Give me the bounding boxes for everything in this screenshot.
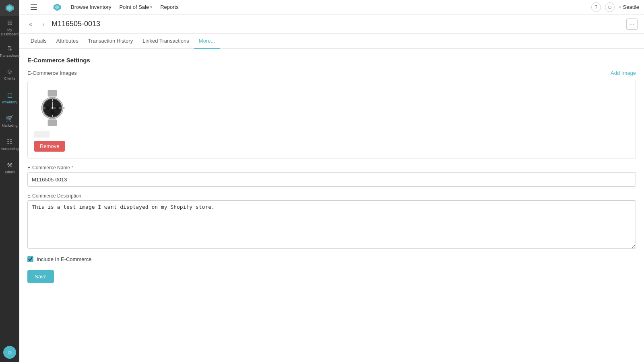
svg-rect-4 [48,89,57,96]
tab-linked-transactions[interactable]: Linked Transactions [138,34,194,49]
tab-transaction-history[interactable]: Transaction History [83,34,138,49]
more-options-button[interactable]: ··· [626,19,638,30]
collapse-icon: « [29,21,32,27]
svg-rect-5 [48,119,57,126]
main-area: Browse Inventory Point of Sale ▾ Reports… [19,0,644,362]
location-label: Seattle [623,4,639,10]
back-button[interactable]: ‹ [39,19,48,29]
browse-inventory-link[interactable]: Browse Inventory [71,4,111,10]
product-image [34,88,70,128]
sidebar-item-dashboard[interactable]: ⊞ My Dashboard [0,16,19,39]
back-icon: ‹ [43,21,45,27]
tab-transaction-history-label: Transaction History [88,38,133,44]
save-button[interactable]: Save [27,270,54,283]
hamburger-icon [31,4,37,10]
admin-icon: ⚒ [7,161,12,169]
more-icon: ··· [629,21,634,28]
description-field-group: E-Commerce Description This is a test im… [27,193,636,250]
tab-linked-transactions-label: Linked Transactions [142,38,189,44]
description-label: E-Commerce Description [27,193,636,199]
user-icon: ☺ [607,4,612,10]
remove-button[interactable]: Remove [34,141,65,152]
sidebar-bottom: ☺ [0,346,19,362]
page-header-actions: ··· [626,19,638,30]
sidebar-label-clients: Clients [4,76,15,81]
dashboard-icon: ⊞ [7,19,12,27]
tabs-bar: Details Attributes Transaction History L… [19,34,644,49]
user-avatar[interactable]: ☺ [3,346,16,359]
help-button[interactable]: ? [591,2,601,12]
sidebar-label-marketing: Marketing [2,123,18,128]
name-label: E-Commerce Name * [27,165,636,171]
reports-link[interactable]: Reports [160,4,179,10]
page-body: E-Commerce Settings E-Commerce Images + … [19,49,644,362]
sidebar: ⊞ My Dashboard ⇅ Transactions ☺ Clients … [0,0,19,362]
sidebar-item-transactions[interactable]: ⇅ Transactions [0,39,19,63]
page-header: « ‹ M116505-0013 ··· [19,14,644,34]
content-area: « ‹ M116505-0013 ··· Details Attributes … [19,14,644,362]
sidebar-label-dashboard: My Dashboard [0,28,19,37]
svg-rect-19 [62,107,65,109]
hamburger-menu[interactable] [24,0,43,14]
sidebar-item-clients[interactable]: ☺ Clients [0,63,19,86]
sidebar-label-admin: Admin [4,170,15,175]
sidebar-label-accounting: Accounting [1,147,19,151]
tab-more[interactable]: More... [194,34,220,49]
image-caption: —— [34,131,50,138]
tab-attributes[interactable]: Attributes [52,34,83,49]
svg-point-11 [50,110,55,115]
sidebar-item-inventory[interactable]: ◻ Inventory [0,86,19,109]
watch-illustration [36,89,68,127]
svg-point-18 [52,107,53,109]
help-icon: ? [594,4,597,10]
transactions-icon: ⇅ [7,45,12,52]
accounting-icon: ☷ [7,138,12,146]
sidebar-item-admin[interactable]: ⚒ Admin [0,156,19,179]
add-image-label: + Add Image [607,70,636,76]
name-field-group: E-Commerce Name * [27,165,636,187]
sidebar-logo[interactable] [0,0,19,16]
point-of-sale-dropdown[interactable]: Point of Sale ▾ [119,4,152,10]
tab-details[interactable]: Details [26,34,52,49]
add-image-button[interactable]: + Add Image [607,70,636,76]
section-title: E-Commerce Settings [27,57,636,64]
include-ecommerce-label[interactable]: Include In E-Commerce [37,256,92,262]
sidebar-item-marketing[interactable]: 🛒 Marketing [0,109,19,133]
tab-more-label: More... [199,38,215,44]
images-section-header: E-Commerce Images + Add Image [27,70,636,76]
sidebar-label-inventory: Inventory [2,100,17,105]
topnav: Browse Inventory Point of Sale ▾ Reports… [19,0,644,14]
topnav-right: ? ☺ ⌖ Seattle [591,2,639,12]
collapse-button[interactable]: « [26,19,35,29]
svg-point-9 [45,105,50,110]
clients-icon: ☺ [6,68,13,75]
name-input[interactable] [27,172,636,187]
sidebar-label-transactions: Transactions [0,53,20,58]
tab-attributes-label: Attributes [56,38,78,44]
tab-details-label: Details [31,38,47,44]
include-ecommerce-checkbox[interactable] [27,256,33,262]
image-container: —— Remove [27,81,636,158]
sidebar-item-accounting[interactable]: ☷ Accounting [0,133,19,156]
location-icon: ⌖ [619,4,621,10]
point-of-sale-arrow: ▾ [150,5,152,9]
description-textarea[interactable]: This is a test image I want displayed on… [27,200,636,249]
marketing-icon: 🛒 [6,115,14,122]
images-label: E-Commerce Images [27,70,77,76]
point-of-sale-label: Point of Sale [119,4,149,10]
page-title: M116505-0013 [52,20,623,28]
include-ecommerce-row: Include In E-Commerce [27,256,636,262]
location-selector[interactable]: ⌖ Seattle [619,4,639,10]
inventory-icon: ◻ [7,91,12,99]
topnav-logo[interactable] [52,2,63,13]
name-required: * [71,165,73,171]
user-button[interactable]: ☺ [605,2,615,12]
